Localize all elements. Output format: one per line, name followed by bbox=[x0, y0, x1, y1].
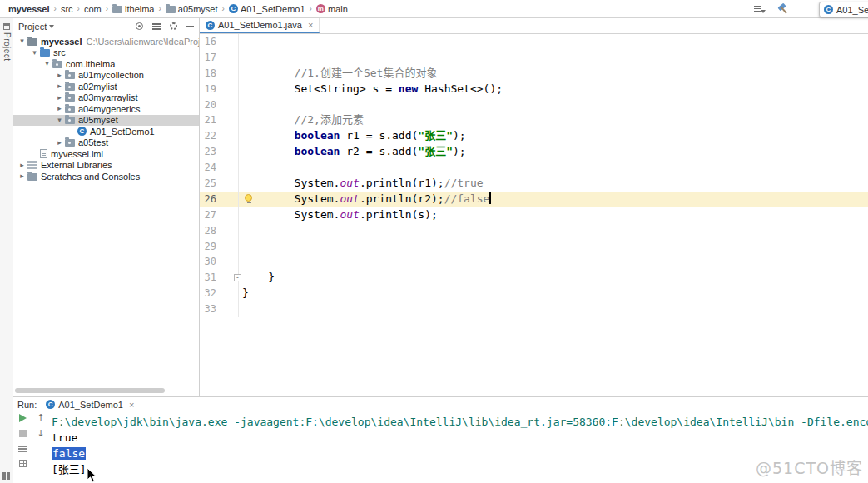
tree-chevron-icon[interactable]: ▾ bbox=[17, 36, 27, 47]
line-number[interactable]: 28 bbox=[200, 223, 239, 239]
code-line[interactable]: 18 //1.创建一个Set集合的对象 bbox=[200, 66, 868, 82]
line-number[interactable]: 23 bbox=[200, 144, 239, 160]
code-line[interactable]: 25 System.out.println(r1);//true bbox=[200, 176, 868, 192]
code-line[interactable]: 27 System.out.println(s); bbox=[200, 207, 868, 223]
tree-item-com-itheima[interactable]: ▾com.itheima bbox=[13, 58, 199, 70]
tree-chevron-icon[interactable]: ▾ bbox=[42, 58, 52, 69]
line-number[interactable]: 32 bbox=[200, 286, 239, 301]
breadcrumb-item-a01_setdemo1[interactable]: A01_SetDemo1 bbox=[227, 3, 307, 15]
breadcrumb-item-a05myset[interactable]: a05myset bbox=[164, 3, 220, 15]
line-number[interactable]: 27 bbox=[200, 207, 239, 223]
tree-item-myvessel[interactable]: ▾myvesselC:\Users\alienware\IdeaProjects… bbox=[13, 36, 199, 47]
line-number[interactable]: 25 bbox=[200, 176, 239, 192]
hide-panel-icon[interactable] bbox=[186, 26, 194, 27]
project-panel-title[interactable]: Project bbox=[18, 22, 47, 32]
code-token: //2,添加元素 bbox=[242, 113, 364, 126]
code-line[interactable]: 22 boolean r1 = s.add("张三"); bbox=[200, 128, 868, 144]
console-text: [张三] bbox=[52, 463, 87, 476]
tree-chevron-icon[interactable]: ▸ bbox=[54, 92, 65, 103]
tree-chevron-icon[interactable]: ▸ bbox=[17, 171, 27, 182]
tree-chevron-icon[interactable]: ▸ bbox=[54, 81, 65, 92]
breadcrumb-item-src[interactable]: src bbox=[59, 3, 75, 15]
tree-item-src[interactable]: ▾src bbox=[13, 47, 199, 59]
intention-bulb-icon[interactable] bbox=[245, 194, 252, 202]
tree-chevron-icon[interactable]: ▸ bbox=[54, 137, 65, 148]
breadcrumb-item-itheima[interactable]: itheima bbox=[111, 3, 156, 15]
line-number[interactable]: 29 bbox=[200, 239, 239, 255]
code-editor[interactable]: 161718 //1.创建一个Set集合的对象19 Set<String> s … bbox=[200, 34, 868, 317]
tree-item-a01-setdemo1[interactable]: A01_SetDemo1 bbox=[13, 126, 199, 137]
code-token: Set<String> s = bbox=[242, 82, 399, 95]
editor-tab-bar: A01_SetDemo1.java × bbox=[200, 18, 868, 34]
tree-item-myvessel-iml[interactable]: myvessel.iml bbox=[13, 148, 199, 160]
tree-item-a04mygenerics[interactable]: ▸a04mygenerics bbox=[13, 103, 199, 115]
code-line[interactable]: 24 bbox=[200, 160, 868, 176]
code-line[interactable]: 16 bbox=[200, 34, 868, 50]
console-menu-icon[interactable] bbox=[18, 445, 27, 452]
fold-marker-icon[interactable]: - bbox=[234, 274, 241, 281]
code-line[interactable]: 30 bbox=[200, 254, 868, 270]
code-line[interactable]: 23 boolean r2 = s.add("张三"); bbox=[200, 144, 868, 160]
code-line[interactable]: 32} bbox=[200, 286, 868, 301]
tree-chevron-icon[interactable]: ▾ bbox=[29, 47, 40, 58]
locate-file-icon[interactable] bbox=[136, 22, 143, 30]
gear-icon[interactable] bbox=[170, 22, 177, 30]
breadcrumb-item-com[interactable]: com bbox=[82, 3, 103, 15]
project-tool-window-button[interactable]: Project bbox=[0, 23, 13, 62]
tree-chevron-icon[interactable]: ▸ bbox=[17, 160, 27, 171]
line-number[interactable]: 17 bbox=[200, 50, 239, 66]
tree-item-a02mylist[interactable]: ▸a02mylist bbox=[13, 81, 199, 92]
line-number[interactable]: 22 bbox=[200, 128, 239, 144]
code-line[interactable]: 28 bbox=[200, 223, 868, 239]
tree-item-a03myarraylist[interactable]: ▸a03myarraylist bbox=[13, 92, 199, 104]
floating-editor-tab[interactable]: A01_SetD bbox=[819, 2, 868, 17]
package-icon bbox=[65, 117, 75, 124]
collapse-all-icon[interactable] bbox=[152, 22, 161, 30]
tree-chevron-icon[interactable]: ▸ bbox=[54, 70, 65, 81]
chevron-down-icon[interactable] bbox=[49, 25, 54, 28]
down-arrow-icon[interactable]: ↓ bbox=[37, 430, 44, 438]
line-number[interactable]: 24 bbox=[200, 160, 239, 176]
run-tab[interactable]: A01_SetDemo1 × bbox=[42, 400, 137, 410]
stop-icon[interactable] bbox=[19, 430, 27, 437]
line-number[interactable]: 30 bbox=[200, 254, 239, 270]
build-hammer-icon[interactable] bbox=[777, 3, 789, 14]
line-number[interactable]: 16 bbox=[200, 34, 239, 50]
code-line[interactable]: 33 bbox=[200, 301, 868, 317]
up-arrow-icon[interactable]: ↑ bbox=[37, 414, 44, 422]
run-config-list-icon[interactable] bbox=[754, 5, 766, 13]
tree-chevron-icon[interactable]: ▸ bbox=[54, 103, 65, 114]
layout-grid-icon[interactable] bbox=[19, 460, 27, 467]
line-number[interactable]: 18 bbox=[200, 66, 239, 82]
code-line[interactable]: 29 bbox=[200, 239, 868, 255]
console-output[interactable]: F:\develop\jdk\bin\java.exe -javaagent:F… bbox=[52, 411, 868, 483]
horizontal-scrollbar[interactable] bbox=[15, 388, 198, 393]
line-number[interactable]: 20 bbox=[200, 97, 239, 113]
tree-item-external-libraries[interactable]: ▸External Libraries bbox=[13, 160, 199, 172]
rerun-play-icon[interactable] bbox=[19, 414, 27, 422]
tree-chevron-icon[interactable]: ▾ bbox=[54, 115, 65, 126]
tree-item-a05test[interactable]: ▸a05test bbox=[13, 137, 199, 149]
breadcrumb-item-main[interactable]: main bbox=[315, 3, 350, 15]
line-number[interactable]: 33 bbox=[200, 301, 239, 317]
tree-item-a05myset[interactable]: ▾a05myset bbox=[13, 115, 199, 127]
line-number[interactable]: 31 bbox=[200, 270, 239, 286]
line-number[interactable]: 19 bbox=[200, 82, 239, 97]
breadcrumb-item-myvessel[interactable]: myvessel bbox=[7, 3, 52, 15]
code-line[interactable]: 20 bbox=[200, 97, 868, 113]
scratches-icon bbox=[27, 173, 37, 181]
close-icon[interactable]: × bbox=[308, 20, 313, 30]
close-icon[interactable]: × bbox=[129, 400, 134, 410]
toolwindow-grid-icon[interactable] bbox=[2, 472, 10, 480]
tree-item-scratches-and-consoles[interactable]: ▸Scratches and Consoles bbox=[13, 171, 199, 182]
line-number[interactable]: 21 bbox=[200, 112, 239, 128]
code-line[interactable]: 21 //2,添加元素 bbox=[200, 112, 868, 128]
tool-window-strip: Project bbox=[0, 18, 13, 483]
tree-item-a01mycollection[interactable]: ▸a01mycollection bbox=[13, 70, 199, 82]
editor-tab-active[interactable]: A01_SetDemo1.java × bbox=[200, 18, 320, 33]
line-number[interactable]: 26 bbox=[200, 192, 239, 207]
code-line[interactable]: 19 Set<String> s = new HashSet<>(); bbox=[200, 82, 868, 97]
code-line[interactable]: 17 bbox=[200, 50, 868, 66]
code-line[interactable]: 31 }- bbox=[200, 270, 868, 286]
code-line[interactable]: 26 System.out.println(r2);//false bbox=[200, 192, 868, 207]
